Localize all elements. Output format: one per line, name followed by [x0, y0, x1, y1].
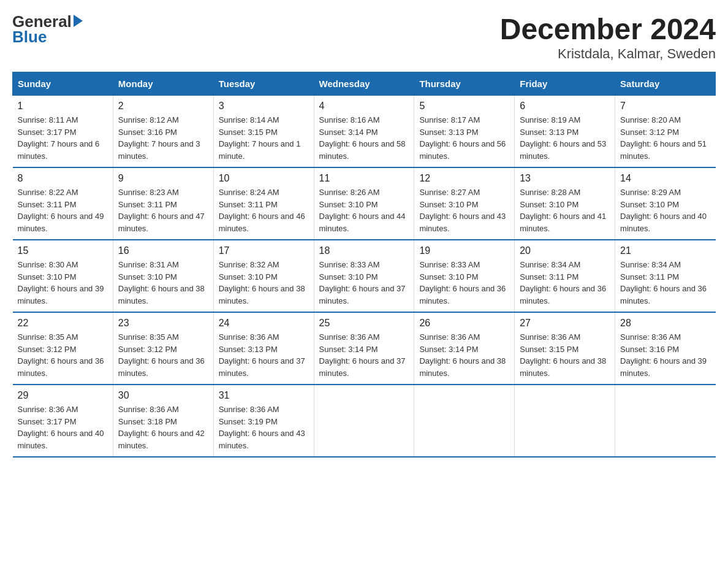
day-info: Sunrise: 8:35 AMSunset: 3:12 PMDaylight:…	[18, 331, 108, 379]
table-row: 30 Sunrise: 8:36 AMSunset: 3:18 PMDaylig…	[113, 385, 213, 457]
header-thursday: Thursday	[414, 72, 515, 96]
day-number: 20	[520, 245, 610, 256]
day-info: Sunrise: 8:35 AMSunset: 3:12 PMDaylight:…	[118, 331, 208, 379]
day-number: 25	[319, 318, 409, 329]
day-info: Sunrise: 8:19 AMSunset: 3:13 PMDaylight:…	[520, 114, 610, 162]
table-row: 26 Sunrise: 8:36 AMSunset: 3:14 PMDaylig…	[414, 312, 515, 385]
calendar-week-row: 29 Sunrise: 8:36 AMSunset: 3:17 PMDaylig…	[13, 385, 716, 457]
day-info: Sunrise: 8:29 AMSunset: 3:10 PMDaylight:…	[620, 186, 710, 234]
day-info: Sunrise: 8:36 AMSunset: 3:17 PMDaylight:…	[18, 404, 108, 451]
day-info: Sunrise: 8:23 AMSunset: 3:11 PMDaylight:…	[118, 186, 208, 234]
day-info: Sunrise: 8:33 AMSunset: 3:10 PMDaylight:…	[419, 259, 509, 307]
day-number: 1	[18, 101, 108, 112]
table-row: 22 Sunrise: 8:35 AMSunset: 3:12 PMDaylig…	[13, 312, 113, 385]
day-number: 8	[18, 173, 108, 184]
table-row	[314, 385, 414, 457]
table-row	[615, 385, 716, 457]
table-row: 15 Sunrise: 8:30 AMSunset: 3:10 PMDaylig…	[13, 240, 113, 312]
table-row: 2 Sunrise: 8:12 AMSunset: 3:16 PMDayligh…	[113, 96, 213, 168]
day-number: 28	[620, 318, 710, 329]
table-row: 31 Sunrise: 8:36 AMSunset: 3:19 PMDaylig…	[213, 385, 314, 457]
title-area: December 2024 Kristdala, Kalmar, Sweden	[500, 12, 716, 62]
day-number: 11	[319, 173, 409, 184]
table-row: 16 Sunrise: 8:31 AMSunset: 3:10 PMDaylig…	[113, 240, 213, 312]
header: General Blue December 2024 Kristdala, Ka…	[12, 12, 716, 62]
calendar-week-row: 15 Sunrise: 8:30 AMSunset: 3:10 PMDaylig…	[13, 240, 716, 312]
day-info: Sunrise: 8:36 AMSunset: 3:19 PMDaylight:…	[219, 404, 309, 451]
table-row: 7 Sunrise: 8:20 AMSunset: 3:12 PMDayligh…	[615, 96, 716, 168]
day-info: Sunrise: 8:36 AMSunset: 3:16 PMDaylight:…	[620, 331, 710, 379]
table-row: 13 Sunrise: 8:28 AMSunset: 3:10 PMDaylig…	[515, 167, 615, 240]
day-info: Sunrise: 8:32 AMSunset: 3:10 PMDaylight:…	[219, 259, 309, 307]
day-number: 4	[319, 101, 409, 112]
day-info: Sunrise: 8:12 AMSunset: 3:16 PMDaylight:…	[118, 114, 208, 162]
table-row: 6 Sunrise: 8:19 AMSunset: 3:13 PMDayligh…	[515, 96, 615, 168]
header-saturday: Saturday	[615, 72, 716, 96]
day-info: Sunrise: 8:26 AMSunset: 3:10 PMDaylight:…	[319, 186, 409, 234]
page-title: December 2024	[500, 12, 716, 46]
calendar-week-row: 8 Sunrise: 8:22 AMSunset: 3:11 PMDayligh…	[13, 167, 716, 240]
table-row: 14 Sunrise: 8:29 AMSunset: 3:10 PMDaylig…	[615, 167, 716, 240]
day-info: Sunrise: 8:20 AMSunset: 3:12 PMDaylight:…	[620, 114, 710, 162]
day-number: 10	[219, 173, 309, 184]
day-number: 30	[118, 390, 208, 401]
table-row: 12 Sunrise: 8:27 AMSunset: 3:10 PMDaylig…	[414, 167, 515, 240]
day-number: 27	[520, 318, 610, 329]
table-row: 1 Sunrise: 8:11 AMSunset: 3:17 PMDayligh…	[13, 96, 113, 168]
day-number: 23	[118, 318, 208, 329]
table-row: 20 Sunrise: 8:34 AMSunset: 3:11 PMDaylig…	[515, 240, 615, 312]
header-tuesday: Tuesday	[213, 72, 314, 96]
day-number: 21	[620, 245, 710, 256]
table-row: 25 Sunrise: 8:36 AMSunset: 3:14 PMDaylig…	[314, 312, 414, 385]
day-info: Sunrise: 8:24 AMSunset: 3:11 PMDaylight:…	[219, 186, 309, 234]
day-number: 22	[18, 318, 108, 329]
day-number: 31	[219, 390, 309, 401]
day-number: 26	[419, 318, 509, 329]
day-info: Sunrise: 8:34 AMSunset: 3:11 PMDaylight:…	[620, 259, 710, 307]
table-row: 8 Sunrise: 8:22 AMSunset: 3:11 PMDayligh…	[13, 167, 113, 240]
day-number: 6	[520, 101, 610, 112]
table-row: 19 Sunrise: 8:33 AMSunset: 3:10 PMDaylig…	[414, 240, 515, 312]
table-row: 5 Sunrise: 8:17 AMSunset: 3:13 PMDayligh…	[414, 96, 515, 168]
day-number: 7	[620, 101, 710, 112]
day-number: 13	[520, 173, 610, 184]
header-wednesday: Wednesday	[314, 72, 414, 96]
table-row: 18 Sunrise: 8:33 AMSunset: 3:10 PMDaylig…	[314, 240, 414, 312]
calendar-week-row: 22 Sunrise: 8:35 AMSunset: 3:12 PMDaylig…	[13, 312, 716, 385]
day-info: Sunrise: 8:36 AMSunset: 3:15 PMDaylight:…	[520, 331, 610, 379]
table-row: 27 Sunrise: 8:36 AMSunset: 3:15 PMDaylig…	[515, 312, 615, 385]
header-row: Sunday Monday Tuesday Wednesday Thursday…	[13, 72, 716, 96]
table-row	[414, 385, 515, 457]
day-number: 12	[419, 173, 509, 184]
logo-triangle-icon	[74, 15, 83, 27]
day-number: 9	[118, 173, 208, 184]
table-row: 29 Sunrise: 8:36 AMSunset: 3:17 PMDaylig…	[13, 385, 113, 457]
day-number: 14	[620, 173, 710, 184]
table-row: 11 Sunrise: 8:26 AMSunset: 3:10 PMDaylig…	[314, 167, 414, 240]
table-row: 28 Sunrise: 8:36 AMSunset: 3:16 PMDaylig…	[615, 312, 716, 385]
calendar-table: Sunday Monday Tuesday Wednesday Thursday…	[12, 72, 716, 458]
day-number: 29	[18, 390, 108, 401]
day-info: Sunrise: 8:31 AMSunset: 3:10 PMDaylight:…	[118, 259, 208, 307]
day-info: Sunrise: 8:17 AMSunset: 3:13 PMDaylight:…	[419, 114, 509, 162]
day-info: Sunrise: 8:30 AMSunset: 3:10 PMDaylight:…	[18, 259, 108, 307]
table-row: 10 Sunrise: 8:24 AMSunset: 3:11 PMDaylig…	[213, 167, 314, 240]
table-row: 24 Sunrise: 8:36 AMSunset: 3:13 PMDaylig…	[213, 312, 314, 385]
table-row	[515, 385, 615, 457]
table-row: 3 Sunrise: 8:14 AMSunset: 3:15 PMDayligh…	[213, 96, 314, 168]
header-sunday: Sunday	[13, 72, 113, 96]
table-row: 9 Sunrise: 8:23 AMSunset: 3:11 PMDayligh…	[113, 167, 213, 240]
day-number: 19	[419, 245, 509, 256]
day-info: Sunrise: 8:36 AMSunset: 3:14 PMDaylight:…	[319, 331, 409, 379]
calendar-week-row: 1 Sunrise: 8:11 AMSunset: 3:17 PMDayligh…	[13, 96, 716, 168]
day-number: 24	[219, 318, 309, 329]
table-row: 17 Sunrise: 8:32 AMSunset: 3:10 PMDaylig…	[213, 240, 314, 312]
day-number: 15	[18, 245, 108, 256]
day-info: Sunrise: 8:16 AMSunset: 3:14 PMDaylight:…	[319, 114, 409, 162]
day-info: Sunrise: 8:14 AMSunset: 3:15 PMDaylight:…	[219, 114, 309, 162]
day-number: 17	[219, 245, 309, 256]
table-row: 23 Sunrise: 8:35 AMSunset: 3:12 PMDaylig…	[113, 312, 213, 385]
table-row: 21 Sunrise: 8:34 AMSunset: 3:11 PMDaylig…	[615, 240, 716, 312]
day-info: Sunrise: 8:34 AMSunset: 3:11 PMDaylight:…	[520, 259, 610, 307]
page-subtitle: Kristdala, Kalmar, Sweden	[500, 46, 716, 62]
